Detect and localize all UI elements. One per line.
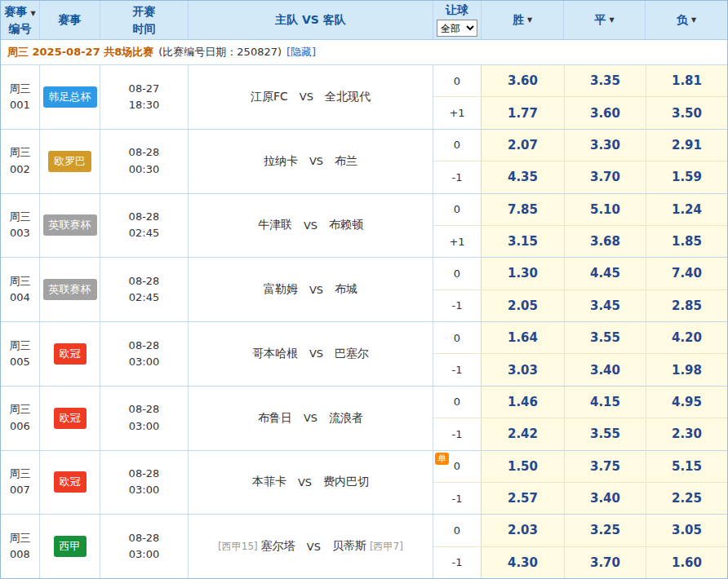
odd-lose[interactable]: 2.25 — [646, 483, 727, 514]
odd-win[interactable]: 4.35 — [482, 161, 564, 192]
odd-lose[interactable]: 2.85 — [646, 290, 727, 321]
vs-label: VS — [309, 155, 323, 167]
handicap-value: -1 — [433, 483, 482, 514]
away-team: 费内巴切 — [323, 475, 369, 489]
col-header-match-id: 赛事▼ 编号 — [1, 1, 40, 39]
odd-lose[interactable]: 1.24 — [646, 194, 727, 225]
handicap-value: -1 — [433, 418, 482, 449]
match-number: 周三003 — [1, 194, 40, 258]
odd-win[interactable]: 2.03 — [482, 515, 564, 546]
odd-draw[interactable]: 3.55 — [564, 418, 646, 449]
odd-lose[interactable]: 1.85 — [646, 226, 727, 257]
vs-label: VS — [309, 284, 323, 296]
match-time: 08-2803:00 — [100, 322, 189, 386]
match-teams: 牛津联 VS 布赖顿 — [189, 194, 433, 258]
odd-lose[interactable]: 2.30 — [646, 418, 727, 449]
odd-win[interactable]: 3.60 — [482, 65, 564, 96]
handicap-value: 0 — [433, 258, 482, 289]
odd-lose[interactable]: 4.95 — [646, 387, 727, 418]
odd-draw[interactable]: 3.55 — [564, 322, 646, 353]
odds-group: 0 1.64 3.55 4.20 -1 3.03 3.40 1.98 — [433, 322, 727, 386]
handicap-value: 0 — [433, 322, 482, 353]
odd-win[interactable]: 1.77 — [482, 97, 564, 128]
home-team: 本菲卡 — [252, 475, 286, 489]
odd-lose[interactable]: 1.98 — [646, 354, 727, 385]
odd-win[interactable]: 3.15 — [482, 226, 564, 257]
home-team: 富勒姆 — [264, 282, 298, 297]
home-rank: [西甲15] — [218, 540, 258, 554]
odd-lose[interactable]: 1.81 — [646, 65, 727, 96]
odd-draw[interactable]: 3.30 — [564, 130, 646, 161]
away-rank: [西甲7] — [370, 540, 403, 554]
odd-lose[interactable]: 3.50 — [646, 97, 727, 128]
match-teams: 本菲卡 VS 费内巴切 — [189, 451, 433, 515]
match-teams: 富勒姆 VS 布城 — [189, 258, 433, 321]
odd-win[interactable]: 2.07 — [482, 130, 564, 161]
home-team: 塞尔塔 — [261, 539, 295, 554]
odd-win[interactable]: 2.05 — [482, 290, 564, 321]
odds-group: 0 7.85 5.10 1.24 +1 3.15 3.68 1.85 — [433, 194, 727, 258]
col-header-league: 赛事 — [40, 1, 100, 39]
odd-lose[interactable]: 7.40 — [646, 258, 727, 289]
match-number: 周三007 — [1, 451, 40, 515]
draw-filter-arrow-icon[interactable]: ▼ — [609, 16, 614, 24]
odd-draw[interactable]: 3.25 — [564, 515, 646, 546]
odd-draw[interactable]: 3.35 — [564, 65, 646, 96]
odd-win[interactable]: 1.50 — [482, 451, 564, 482]
odd-lose[interactable]: 5.15 — [646, 451, 727, 482]
odd-draw[interactable]: 3.40 — [564, 354, 646, 385]
odd-lose[interactable]: 2.91 — [646, 130, 727, 161]
col-header-handicap: 让球 全部 — [433, 1, 482, 39]
handicap-label: 让球 — [446, 3, 468, 18]
odd-draw[interactable]: 3.45 — [564, 290, 646, 321]
match-id-sort-arrow-icon[interactable]: ▼ — [30, 10, 35, 17]
odd-draw[interactable]: 3.70 — [564, 161, 646, 192]
odd-win[interactable]: 3.03 — [482, 354, 564, 385]
odd-draw[interactable]: 3.68 — [564, 226, 646, 257]
handicap-value: +1 — [433, 226, 482, 257]
odd-draw[interactable]: 4.45 — [564, 258, 646, 289]
odd-draw[interactable]: 4.15 — [564, 387, 646, 418]
odd-win[interactable]: 4.30 — [482, 547, 564, 578]
odd-win[interactable]: 1.46 — [482, 387, 564, 418]
odd-draw[interactable]: 3.75 — [564, 451, 646, 482]
match-row: 周三002 欧罗巴 08-2800:30 拉纳卡 VS 布兰 0 2.07 3.… — [1, 130, 727, 194]
handicap-value: 0 — [433, 65, 482, 96]
match-row: 周三004 英联赛杯 08-2802:45 富勒姆 VS 布城 0 1.30 4… — [1, 258, 727, 322]
odd-win[interactable]: 1.64 — [482, 322, 564, 353]
handicap-filter-select[interactable]: 全部 — [437, 20, 477, 37]
odd-draw[interactable]: 5.10 — [564, 194, 646, 225]
lose-filter-arrow-icon[interactable]: ▼ — [691, 16, 696, 24]
match-teams: 拉纳卡 VS 布兰 — [189, 130, 433, 193]
away-team: 巴塞尔 — [335, 347, 369, 361]
handicap-value: +1 — [433, 97, 482, 128]
odd-draw[interactable]: 3.70 — [564, 547, 646, 578]
home-team: 江原FC — [251, 90, 288, 104]
home-team: 哥本哈根 — [252, 347, 298, 361]
handicap-value: 0 — [433, 130, 482, 161]
odd-win[interactable]: 2.57 — [482, 483, 564, 514]
away-team: 流浪者 — [329, 411, 363, 426]
table-header: 赛事▼ 编号 赛事 开赛 时间 主队 VS 客队 让球 全部 胜▼ 平▼ 负▼ — [1, 1, 727, 40]
odd-draw[interactable]: 3.40 — [564, 483, 646, 514]
odd-win[interactable]: 7.85 — [482, 194, 564, 225]
away-team: 布赖顿 — [329, 218, 363, 232]
odd-lose[interactable]: 3.05 — [646, 515, 727, 546]
odd-lose[interactable]: 1.59 — [646, 161, 727, 192]
odds-table: 赛事▼ 编号 赛事 开赛 时间 主队 VS 客队 让球 全部 胜▼ 平▼ 负▼ … — [0, 0, 728, 579]
vs-label: VS — [298, 476, 312, 488]
match-row: 周三007 欧冠 08-2803:00 本菲卡 VS 费内巴切 单 0 1.50… — [1, 451, 727, 515]
match-row: 周三003 英联赛杯 08-2802:45 牛津联 VS 布赖顿 0 7.85 … — [1, 194, 727, 259]
odds-group: 0 2.07 3.30 2.91 -1 4.35 3.70 1.59 — [433, 130, 727, 193]
odd-lose[interactable]: 1.60 — [646, 547, 727, 578]
odd-lose[interactable]: 4.20 — [646, 322, 727, 353]
win-filter-arrow-icon[interactable]: ▼ — [527, 16, 532, 24]
odd-win[interactable]: 1.30 — [482, 258, 564, 289]
away-team: 贝蒂斯 — [332, 539, 366, 554]
odd-draw[interactable]: 3.60 — [564, 97, 646, 128]
handicap-value: -1 — [433, 354, 482, 385]
odd-win[interactable]: 2.42 — [482, 418, 564, 449]
hide-link[interactable]: [隐藏] — [286, 45, 316, 60]
match-number: 周三008 — [1, 515, 40, 578]
league-badge: 英联赛杯 — [43, 214, 97, 236]
